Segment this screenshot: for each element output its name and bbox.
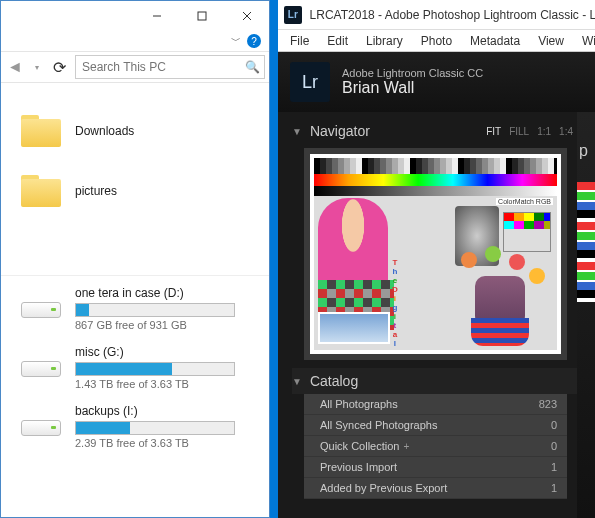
disclosure-triangle-icon[interactable]: ▼ [292,126,302,137]
svg-rect-1 [198,12,206,20]
catalog-row-previous-export[interactable]: Added by Previous Export 1 [304,478,567,499]
drive-usage-bar [75,362,235,376]
menu-edit[interactable]: Edit [319,32,356,50]
catalog-row-count: 0 [551,419,557,431]
nav-back-button[interactable]: ◄ [5,55,25,79]
folders-section: Downloads pictures [1,95,269,275]
catalog-row-label: Quick Collection [320,440,399,452]
digital-dog-text: T h e D i g i t a l D o g [392,258,398,354]
navigator-content: ColorMatch RGB T h e D i g i t a l D [304,148,567,360]
menu-window[interactable]: Window [574,32,595,50]
drive-item[interactable]: misc (G:) 1.43 TB free of 3.63 TB [21,345,259,390]
ribbon-chevron-icon[interactable]: ﹀ [231,34,241,48]
drive-item[interactable]: one tera in case (D:) 867 GB free of 931… [21,286,259,331]
partial-letter: p [579,142,588,160]
explorer-titlebar [1,1,269,31]
menu-view[interactable]: View [530,32,572,50]
menu-metadata[interactable]: Metadata [462,32,528,50]
lightroom-identity-plate: Lr Adobe Lightroom Classic CC Brian Wall [278,52,595,112]
brand-line-1: Adobe Lightroom Classic CC [342,67,483,79]
left-panels: ▼ Navigator FIT FILL 1:1 1:4 ◆ ColorMatc… [278,112,595,499]
drive-label: misc (G:) [75,345,259,359]
color-swatch-strip [577,182,595,302]
lightroom-logo-icon: Lr [290,62,330,102]
catalog-row-count: 1 [551,461,557,473]
catalog-row-previous-import[interactable]: Previous Import 1 [304,457,567,478]
catalog-row-label: All Synced Photographs [320,419,437,431]
folder-label: Downloads [75,124,134,138]
zoom-1-1[interactable]: 1:1 [537,126,551,137]
navigator-title: Navigator [310,123,370,139]
zoom-fill[interactable]: FILL [509,126,529,137]
navigator-panel-header[interactable]: ▼ Navigator FIT FILL 1:1 1:4 ◆ [292,118,595,144]
file-explorer-window: ﹀ ? ◄ ▾ ⟳ 🔍 Downloads pictures one t [0,0,270,518]
folder-icon [21,175,61,207]
folder-icon [21,115,61,147]
catalog-row-label: Previous Import [320,461,397,473]
history-chevron-icon[interactable]: ▾ [27,55,47,79]
navigator-thumbnail[interactable]: ColorMatch RGB T h e D i g i t a l D [310,154,561,354]
menu-photo[interactable]: Photo [413,32,460,50]
catalog-row-synced[interactable]: All Synced Photographs 0 [304,415,567,436]
drive-usage-bar [75,421,235,435]
drive-free-text: 867 GB free of 931 GB [75,319,259,331]
catalog-row-count: 0 [551,440,557,452]
catalog-row-label: All Photographs [320,398,398,410]
menu-library[interactable]: Library [358,32,411,50]
folder-item[interactable]: pictures [21,175,259,207]
drive-label: backups (I:) [75,404,259,418]
disclosure-triangle-icon[interactable]: ▼ [292,376,302,387]
right-edge-strip: p [577,112,595,518]
brand-line-2: Brian Wall [342,79,483,97]
catalog-row-count: 823 [539,398,557,410]
drive-usage-bar [75,303,235,317]
folder-label: pictures [75,184,117,198]
drive-icon [21,357,61,381]
menu-file[interactable]: File [282,32,317,50]
lightroom-window-title: LRCAT2018 - Adobe Photoshop Lightroom Cl… [310,8,595,22]
zoom-fit[interactable]: FIT [486,126,501,137]
catalog-list: All Photographs 823 All Synced Photograp… [304,394,567,499]
catalog-row-label: Added by Previous Export [320,482,447,494]
explorer-toolbar: ◄ ▾ ⟳ 🔍 [1,51,269,83]
lightroom-menubar: File Edit Library Photo Metadata View Wi… [278,30,595,52]
catalog-row-quick-collection[interactable]: Quick Collection+ 0 [304,436,567,457]
close-button[interactable] [224,1,269,31]
drive-icon [21,298,61,322]
refresh-button[interactable]: ⟳ [49,55,69,79]
colormatch-label: ColorMatch RGB [496,198,553,205]
drive-item[interactable]: backups (I:) 2.39 TB free of 3.63 TB [21,404,259,449]
lightroom-app-icon: Lr [284,6,302,24]
drive-label: one tera in case (D:) [75,286,259,300]
search-input[interactable] [82,60,258,74]
ribbon-collapse-row: ﹀ ? [1,31,269,51]
zoom-1-4[interactable]: 1:4 [559,126,573,137]
drive-free-text: 1.43 TB free of 3.63 TB [75,378,259,390]
catalog-panel-header[interactable]: ▼ Catalog [292,368,595,394]
catalog-title: Catalog [310,373,358,389]
plus-icon: + [403,441,409,452]
search-box[interactable]: 🔍 [75,55,265,79]
explorer-body: Downloads pictures one tera in case (D:)… [1,83,269,517]
drive-icon [21,416,61,440]
maximize-button[interactable] [179,1,224,31]
help-icon[interactable]: ? [247,34,261,48]
lightroom-titlebar: Lr LRCAT2018 - Adobe Photoshop Lightroom… [278,0,595,30]
lightroom-window: Lr LRCAT2018 - Adobe Photoshop Lightroom… [278,0,595,518]
folder-item[interactable]: Downloads [21,115,259,147]
catalog-panel: ▼ Catalog All Photographs 823 All Synced… [292,368,595,499]
minimize-button[interactable] [134,1,179,31]
catalog-row-all-photos[interactable]: All Photographs 823 [304,394,567,415]
catalog-row-count: 1 [551,482,557,494]
drives-section: one tera in case (D:) 867 GB free of 931… [1,275,269,449]
drive-free-text: 2.39 TB free of 3.63 TB [75,437,259,449]
search-icon[interactable]: 🔍 [245,60,260,74]
